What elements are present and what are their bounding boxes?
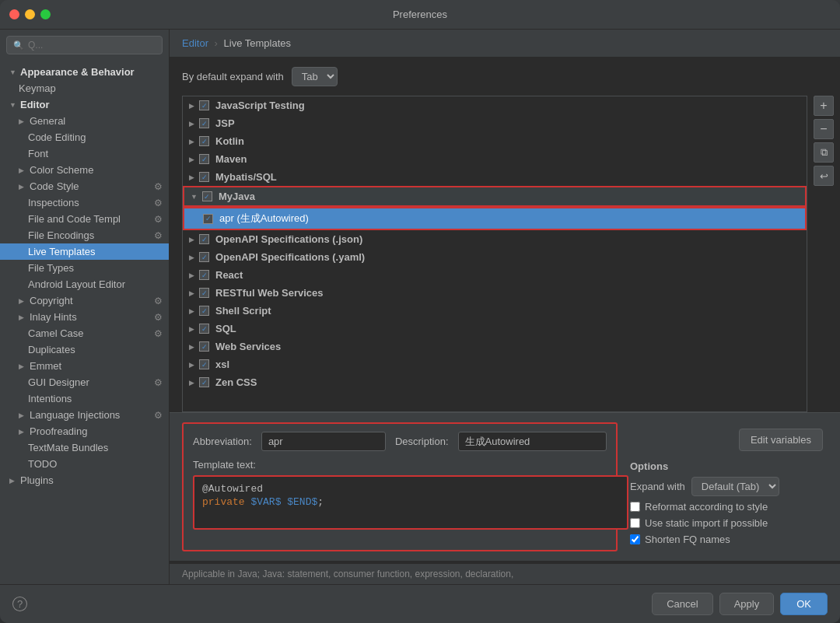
sidebar-item-todo[interactable]: TODO <box>0 456 169 472</box>
template-group-jsp[interactable]: ▶ JSP <box>183 114 807 132</box>
chevron-right-icon: ▶ <box>9 477 17 485</box>
reformat-checkbox[interactable] <box>630 502 640 512</box>
static-import-checkbox[interactable] <box>630 518 640 528</box>
sidebar-item-proofreading[interactable]: ▶ Proofreading <box>0 423 169 439</box>
template-group-sql[interactable]: ▶ SQL <box>183 320 807 338</box>
sidebar-item-keymap[interactable]: Keymap <box>0 80 169 96</box>
checkbox-web-services[interactable] <box>199 341 209 352</box>
remove-button[interactable]: − <box>814 119 834 139</box>
chevron-down-icon: ▼ <box>9 68 17 76</box>
sidebar-item-code-style[interactable]: ▶ Code Style ⚙ <box>0 178 169 194</box>
checkbox-js-testing[interactable] <box>199 100 209 110</box>
sidebar-item-textmate-bundles[interactable]: TextMate Bundles <box>0 439 169 456</box>
template-group-zen-css[interactable]: ▶ Zen CSS <box>183 373 807 391</box>
checkbox-apr[interactable] <box>203 214 213 224</box>
close-button[interactable] <box>9 9 19 19</box>
templates-list-area: By default expand with Tab ▶ JavaScript … <box>170 58 840 584</box>
checkbox-myjava[interactable] <box>202 191 212 201</box>
apply-button[interactable]: Apply <box>719 593 775 615</box>
sidebar-item-language-injections[interactable]: ▶ Language Injections ⚙ <box>0 407 169 423</box>
checkbox-zen-css[interactable] <box>199 377 209 387</box>
checkbox-shorten-fq: Shorten FQ names <box>630 534 823 545</box>
help-button[interactable]: ? <box>12 598 27 610</box>
add-button[interactable]: + <box>814 96 834 116</box>
template-group-myjava[interactable]: ▼ MyJava <box>183 186 807 207</box>
description-input[interactable] <box>458 432 607 451</box>
sidebar-item-android-layout[interactable]: Android Layout Editor <box>0 276 169 292</box>
item-label: apr (生成Autowired) <box>219 212 309 226</box>
template-tree[interactable]: ▶ JavaScript Testing ▶ JSP <box>182 96 807 412</box>
checkbox-maven[interactable] <box>199 154 209 164</box>
sidebar-item-color-scheme[interactable]: ▶ Color Scheme <box>0 162 169 178</box>
sidebar-item-label: Inspections <box>28 197 79 208</box>
sidebar-item-code-editing[interactable]: Code Editing <box>0 129 169 145</box>
sidebar-item-label: Intentions <box>28 393 72 404</box>
search-box[interactable]: 🔍 <box>6 36 163 54</box>
sidebar-item-live-templates[interactable]: Live Templates <box>0 243 169 260</box>
sidebar-item-file-code-templ[interactable]: File and Code Templ ⚙ <box>0 211 169 227</box>
sidebar-item-camel-case[interactable]: Camel Case ⚙ <box>0 325 169 341</box>
template-group-maven[interactable]: ▶ Maven <box>183 150 807 168</box>
checkbox-jsp[interactable] <box>199 118 209 128</box>
sidebar-item-file-types[interactable]: File Types <box>0 260 169 276</box>
chevron-right-icon: ▶ <box>19 297 26 305</box>
checkbox-openapi-json[interactable] <box>199 234 209 244</box>
sidebar-item-plugins[interactable]: ▶ Plugins <box>0 472 169 488</box>
template-group-shell[interactable]: ▶ Shell Script <box>183 302 807 320</box>
abbreviation-input[interactable] <box>261 432 386 451</box>
checkbox-react[interactable] <box>199 270 209 280</box>
template-item-apr[interactable]: apr (生成Autowired) <box>183 207 807 230</box>
checkbox-xsl[interactable] <box>199 359 209 369</box>
sidebar-item-gui-designer[interactable]: GUI Designer ⚙ <box>0 374 169 390</box>
group-label: xsl <box>215 359 229 370</box>
sidebar-item-copyright[interactable]: ▶ Copyright ⚙ <box>0 292 169 309</box>
expand-select[interactable]: Tab <box>292 67 338 86</box>
template-group-kotlin[interactable]: ▶ Kotlin <box>183 132 807 150</box>
ok-button[interactable]: OK <box>780 593 828 615</box>
copy-button[interactable]: ⧉ <box>814 142 834 163</box>
shorten-fq-checkbox[interactable] <box>630 534 640 544</box>
checkbox-openapi-yaml[interactable] <box>199 252 209 262</box>
template-group-openapi-json[interactable]: ▶ OpenAPI Specifications (.json) <box>183 230 807 248</box>
checkbox-kotlin[interactable] <box>199 136 209 146</box>
sidebar-item-inlay-hints[interactable]: ▶ Inlay Hints ⚙ <box>0 309 169 325</box>
sidebar-item-inspections[interactable]: Inspections ⚙ <box>0 194 169 211</box>
sidebar-item-editor[interactable]: ▼ Editor <box>0 96 169 113</box>
question-mark-icon[interactable]: ? <box>12 597 27 611</box>
sidebar-item-general[interactable]: ▶ General <box>0 113 169 129</box>
maximize-button[interactable] <box>40 9 51 19</box>
gear-icon: ⚙ <box>154 181 163 192</box>
checkbox-mybatis[interactable] <box>199 172 209 182</box>
template-group-web-services[interactable]: ▶ Web Services <box>183 338 807 355</box>
minimize-button[interactable] <box>25 9 35 19</box>
checkbox-restful[interactable] <box>199 288 209 298</box>
sidebar-item-label: Camel Case <box>28 327 84 339</box>
sidebar-item-label: Copyright <box>30 295 73 306</box>
template-group-restful[interactable]: ▶ RESTful Web Services <box>183 284 807 302</box>
edit-variables-button[interactable]: Edit variables <box>739 429 823 451</box>
sidebar-item-appearance[interactable]: ▼ Appearance & Behavior <box>0 64 169 80</box>
expand-with-row: Expand with Default (Tab) <box>630 477 823 496</box>
template-group-openapi-yaml[interactable]: ▶ OpenAPI Specifications (.yaml) <box>183 248 807 266</box>
sidebar-item-emmet[interactable]: ▶ Emmet <box>0 358 169 374</box>
expand-with-select[interactable]: Default (Tab) <box>691 477 779 496</box>
breadcrumb-editor[interactable]: Editor <box>182 37 208 49</box>
search-input[interactable] <box>28 40 156 51</box>
chevron-right-icon: ▶ <box>189 120 194 128</box>
template-group-js-testing[interactable]: ▶ JavaScript Testing <box>183 96 807 114</box>
template-code-box[interactable]: @Autowired private $VAR$ $END$; <box>193 475 628 530</box>
template-group-mybatis[interactable]: ▶ Mybatis/SQL <box>183 168 807 186</box>
sidebar-item-intentions[interactable]: Intentions <box>0 390 169 407</box>
reset-button[interactable]: ↩ <box>814 166 834 186</box>
template-group-xsl[interactable]: ▶ xsl <box>183 355 807 373</box>
bottom-inner: Abbreviation: Description: Template text… <box>182 422 828 551</box>
sidebar-item-label: Emmet <box>30 360 61 372</box>
checkbox-sql[interactable] <box>199 324 209 334</box>
main-content: 🔍 ▼ Appearance & Behavior Keymap ▼ Edito… <box>0 30 840 584</box>
sidebar-item-font[interactable]: Font <box>0 145 169 162</box>
cancel-button[interactable]: Cancel <box>652 593 712 615</box>
template-group-react[interactable]: ▶ React <box>183 266 807 284</box>
checkbox-shell[interactable] <box>199 306 209 316</box>
sidebar-item-duplicates[interactable]: Duplicates <box>0 341 169 358</box>
sidebar-item-file-encodings[interactable]: File Encodings ⚙ <box>0 227 169 243</box>
